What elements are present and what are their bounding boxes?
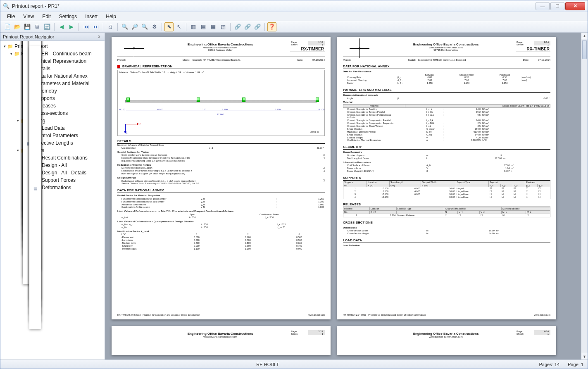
folder-icon: 📁 [7, 43, 14, 49]
menubar: File View Edit Settings Insert Help [0, 12, 588, 21]
scroll-down-icon[interactable]: ▼ [581, 353, 588, 359]
preview-area[interactable]: Engineering Office Bavaria Constructions… [105, 33, 581, 359]
minimize-button[interactable] [536, 2, 550, 10]
tree[interactable]: ▾📁Printout Report ▾📁RX-TIMBER - Continuo… [0, 41, 105, 359]
tool-new-icon[interactable]: 📄 [3, 22, 12, 31]
vertical-scrollbar[interactable]: ▲ ▼ [581, 33, 588, 359]
section-annex: DATA FOR NATIONAL ANNEX [117, 188, 325, 193]
navigator-panel: Printout Report Navigator x ▾📁Printout R… [0, 33, 105, 359]
status-host: RF-HODLT [256, 362, 279, 367]
section-supports: SUPPORTS [343, 176, 550, 181]
tree-designdet[interactable]: Design - All - Details [42, 170, 86, 176]
tree-rescomb[interactable]: Result Combinations [42, 155, 88, 161]
tool-linkC-icon[interactable]: 🔗 [253, 22, 262, 31]
crosshair-icon [352, 41, 367, 56]
tool-help-icon[interactable]: ❓ [267, 22, 276, 31]
tool-open-icon[interactable]: 📂 [13, 22, 22, 31]
tree-loaddata[interactable]: Load Data [42, 125, 64, 131]
tree-annex[interactable]: Data for National Annex [35, 73, 88, 79]
tool-last-icon[interactable]: ⏭ [91, 22, 100, 31]
page-2: Engineering Office Bavaria Constructions… [337, 37, 556, 319]
toolbar: 📄 📂 💾 🗎 🔄 ◀ ▶ ⏮ ⏭ 🖨 🔍 🔎 🔍 ⚙ ⬉ ↖ ▥ ▤ ▦ ▧ … [0, 21, 588, 33]
statusbar: RF-HODLT Pages: 14 Page: 1 [0, 359, 588, 369]
tool-first-icon[interactable]: ⏮ [81, 22, 90, 31]
status-pages: 14 [555, 362, 559, 367]
section-annex2: DATA FOR NATIONAL ANNEX [343, 64, 550, 69]
section-param: PARAMETERS AND MATERIAL [343, 88, 550, 93]
tool-print-icon[interactable]: 🖨 [106, 22, 115, 31]
page-4: Engineering Office Bavaria Constructions… [337, 326, 556, 355]
tool-linkB-icon[interactable]: 🔗 [243, 22, 252, 31]
titlebar[interactable]: 🔍 Printout report - PR1* [0, 0, 588, 12]
tool-zoomfit-icon[interactable]: 🔍 [140, 22, 149, 31]
menu-file[interactable]: File [4, 13, 18, 20]
app-window: 🔍 Printout report - PR1* File View Edit … [0, 0, 588, 369]
menu-insert[interactable]: Insert [82, 13, 101, 20]
maximize-button[interactable] [550, 2, 564, 10]
tool-zoomin-icon[interactable]: 🔍 [120, 22, 129, 31]
tree-suppforce[interactable]: Support Forces [42, 177, 76, 183]
page-icon: ▤ [29, 46, 41, 329]
tool-pageD-icon[interactable]: ▧ [219, 22, 228, 31]
tool-prev-icon[interactable]: ◀ [57, 22, 66, 31]
tool-select-icon[interactable]: ⬉ [164, 22, 174, 31]
app-icon: 🔍 [3, 3, 10, 10]
close-button[interactable] [565, 2, 585, 10]
navigator-title: Printout Report Navigator [3, 34, 54, 39]
crosshair-icon [126, 41, 141, 56]
section-cross: CROSS-SECTIONS [343, 221, 550, 225]
section-releases: RELEASES [343, 202, 550, 207]
red-marker-icon [117, 65, 120, 68]
axes-icon: XZ [125, 120, 142, 132]
tool-save-icon[interactable]: 💾 [23, 22, 32, 31]
menu-settings[interactable]: Settings [56, 13, 80, 20]
scroll-thumb[interactable] [582, 40, 587, 59]
section-details: DETAILS [117, 139, 325, 144]
menu-edit[interactable]: Edit [39, 13, 54, 20]
status-page: 1 [581, 362, 583, 367]
company-name: Engineering Office Bavaria Constructions [153, 43, 288, 46]
menu-view[interactable]: View [20, 13, 37, 20]
main-area: Printout Report Navigator x ▾📁Printout R… [0, 33, 588, 359]
section-graphical: GRAPHICAL REPRESENTATION [122, 64, 172, 68]
window-title: Printout report - PR1* [12, 3, 535, 9]
menu-help[interactable]: Help [102, 13, 119, 20]
section-geom: GEOMETRY [343, 145, 550, 150]
tree-param[interactable]: Parameters and Material [35, 81, 89, 86]
company-addr: 98765 Rainbow Valley [153, 49, 288, 51]
tool-saveas-icon[interactable]: 🗎 [33, 22, 42, 31]
section-load: LOAD DATA [343, 238, 550, 243]
tree-deform[interactable]: Deformations [42, 185, 71, 190]
tool-pageB-icon[interactable]: ▤ [199, 22, 208, 31]
scroll-up-icon[interactable]: ▲ [581, 33, 588, 39]
page-1: Engineering Office Bavaria Constructions… [112, 37, 331, 319]
navigator-close-icon[interactable]: x [96, 34, 102, 40]
tree-designall[interactable]: Design - All [42, 162, 67, 168]
tool-linkA-icon[interactable]: 🔗 [233, 22, 242, 31]
brand: RX-TIMBER [290, 46, 325, 52]
tree-control[interactable]: Control Parameters [35, 133, 78, 138]
page-3: Engineering Office Bavaria Constructions… [112, 326, 331, 355]
tool-pageC-icon[interactable]: ▦ [209, 22, 218, 31]
tool-gear-icon[interactable]: ⚙ [150, 22, 159, 31]
navigator-header: Printout Report Navigator x [0, 33, 105, 41]
tool-refresh-icon[interactable]: 🔄 [43, 22, 52, 31]
tool-pageA-icon[interactable]: ▥ [189, 22, 198, 31]
tool-zoomout-icon[interactable]: 🔎 [130, 22, 139, 31]
tool-next-icon[interactable]: ▶ [67, 22, 76, 31]
folder-icon: 📁 [14, 51, 20, 57]
tool-pointer-icon[interactable]: ↖ [174, 22, 183, 31]
beam-graphic: Material: Glulam Timber GL24h Width: 18 … [117, 70, 325, 136]
